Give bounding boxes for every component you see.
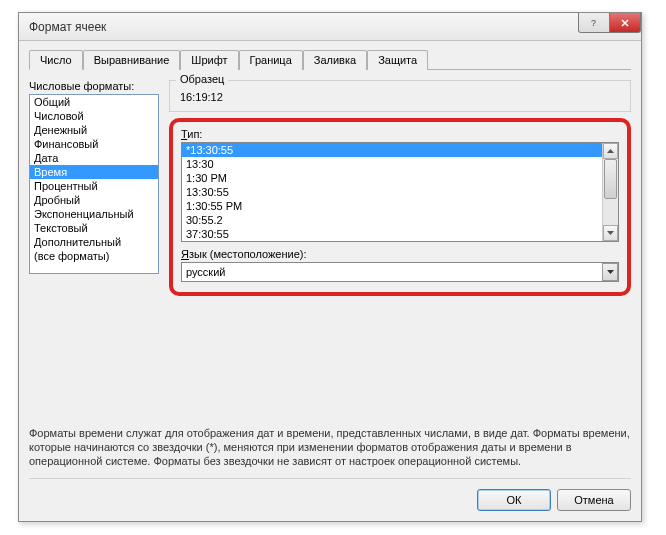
language-value: русский: [186, 266, 614, 278]
type-item[interactable]: 30:55.2: [182, 213, 602, 227]
description-text: Форматы времени служат для отображения д…: [29, 422, 631, 478]
type-item[interactable]: 1:30:55 PM: [182, 199, 602, 213]
tab-4[interactable]: Заливка: [303, 50, 367, 70]
language-combo[interactable]: русский: [181, 262, 619, 282]
type-item[interactable]: 13:30: [182, 157, 602, 171]
type-label: Тип:: [181, 128, 619, 140]
category-item[interactable]: Финансовый: [30, 137, 158, 151]
ok-button[interactable]: ОК: [477, 489, 551, 511]
category-item[interactable]: Время: [30, 165, 158, 179]
scroll-up-button[interactable]: [603, 143, 618, 159]
category-item[interactable]: Общий: [30, 95, 158, 109]
category-item[interactable]: Дата: [30, 151, 158, 165]
tab-3[interactable]: Граница: [239, 50, 303, 70]
language-label: Язык (местоположение):: [181, 248, 619, 260]
category-item[interactable]: Дробный: [30, 193, 158, 207]
dialog-title: Формат ячеек: [29, 20, 106, 34]
tab-2[interactable]: Шрифт: [180, 50, 238, 70]
tab-strip: ЧислоВыравниваниеШрифтГраницаЗаливкаЗащи…: [29, 49, 631, 70]
type-list[interactable]: *13:30:5513:301:30 PM13:30:551:30:55 PM3…: [181, 142, 619, 242]
details-column: Образец 16:19:12 Тип: *13:30:5513:301:30…: [169, 80, 631, 422]
window-controls: ?: [579, 13, 641, 33]
sample-label: Образец: [176, 73, 228, 85]
scroll-down-button[interactable]: [603, 225, 618, 241]
category-item[interactable]: Числовой: [30, 109, 158, 123]
button-row: ОК Отмена: [29, 478, 631, 511]
scrollbar[interactable]: [602, 143, 618, 241]
highlight-annotation: Тип: *13:30:5513:301:30 PM13:30:551:30:5…: [169, 118, 631, 296]
sample-value: 16:19:12: [176, 85, 624, 105]
category-label: Числовые форматы:: [29, 80, 159, 92]
category-item[interactable]: Экспоненциальный: [30, 207, 158, 221]
category-column: Числовые форматы: ОбщийЧисловойДенежныйФ…: [29, 80, 159, 422]
type-item[interactable]: 13:30:55: [182, 185, 602, 199]
sample-group: Образец 16:19:12: [169, 80, 631, 112]
category-list[interactable]: ОбщийЧисловойДенежныйФинансовыйДатаВремя…: [29, 94, 159, 274]
tab-1[interactable]: Выравнивание: [83, 50, 181, 70]
format-cells-dialog: Формат ячеек ? ЧислоВыравниваниеШрифтГра…: [18, 12, 642, 522]
svg-text:?: ?: [591, 18, 596, 28]
main-content: Числовые форматы: ОбщийЧисловойДенежныйФ…: [29, 80, 631, 422]
type-item[interactable]: 1:30 PM: [182, 171, 602, 185]
dropdown-button[interactable]: [602, 263, 618, 281]
category-item[interactable]: Денежный: [30, 123, 158, 137]
help-button[interactable]: ?: [578, 13, 610, 33]
scroll-track[interactable]: [603, 159, 618, 225]
category-item[interactable]: Дополнительный: [30, 235, 158, 249]
tab-0[interactable]: Число: [29, 50, 83, 70]
titlebar: Формат ячеек ?: [19, 13, 641, 41]
dialog-body: ЧислоВыравниваниеШрифтГраницаЗаливкаЗащи…: [19, 41, 641, 521]
cancel-button[interactable]: Отмена: [557, 489, 631, 511]
type-item[interactable]: 37:30:55: [182, 227, 602, 241]
category-item[interactable]: Текстовый: [30, 221, 158, 235]
tab-5[interactable]: Защита: [367, 50, 428, 70]
category-item[interactable]: Процентный: [30, 179, 158, 193]
type-item[interactable]: *13:30:55: [182, 143, 602, 157]
scroll-thumb[interactable]: [604, 159, 617, 199]
category-item[interactable]: (все форматы): [30, 249, 158, 263]
close-button[interactable]: [609, 13, 641, 33]
